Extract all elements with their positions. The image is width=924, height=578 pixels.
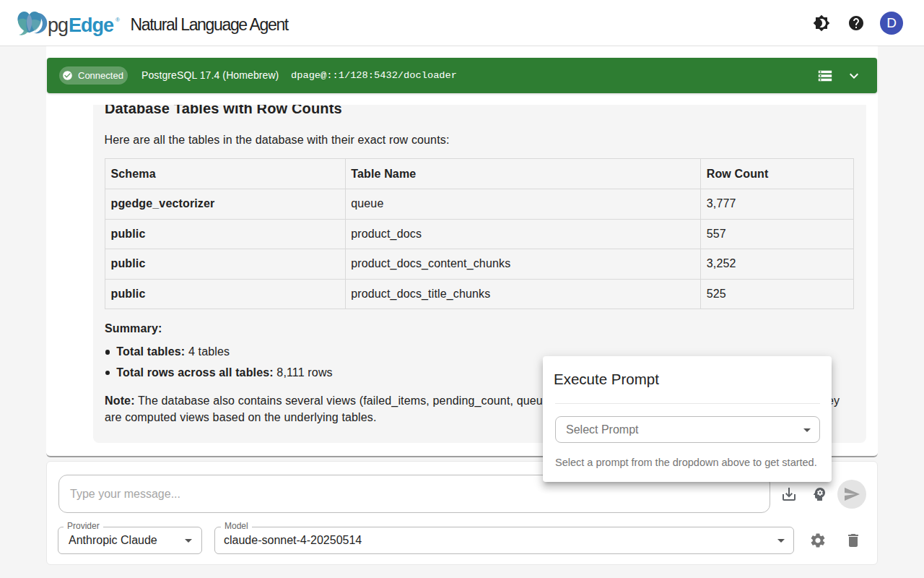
svg-text:Edge: Edge (69, 14, 114, 36)
svg-text:®: ® (116, 17, 120, 23)
svg-text:pg: pg (48, 14, 68, 36)
